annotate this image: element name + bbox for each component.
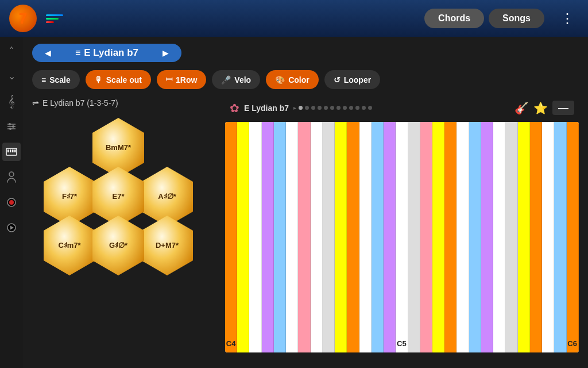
hex-gh[interactable]: G♯∅* [92,216,144,275]
guitar-icon[interactable]: 🎸 [514,101,529,115]
piano-key-col-4[interactable] [274,122,286,352]
piano-keys-container: C4C5C6 [225,122,579,352]
piano-dot-2[interactable] [305,106,309,110]
piano-key-col-25[interactable] [530,122,542,352]
piano-key-col-28[interactable]: C6 [567,122,579,352]
piano-key-col-7[interactable] [311,122,323,352]
piano-key-col-24[interactable] [518,122,530,352]
header-nav: Chords Songs ⋮ [424,8,579,29]
hex-f7-label: F♯7* [62,192,77,202]
logo-lines [46,14,63,23]
piano-panel: ✿ E Lydian b7 ▸ [225,98,579,352]
piano-key-col-21[interactable] [481,122,493,352]
hex-dpm7[interactable]: D+M7* [141,216,193,275]
piano-key-col-19[interactable] [457,122,469,352]
velo-button[interactable]: 🎤 Velo [212,70,260,89]
scale-name-text: E Lydian b7 [84,47,138,59]
scale-icon: ≡ [75,48,80,58]
scale-next-arrow[interactable]: ▶ [159,47,172,59]
key-label-C6: C6 [567,339,577,348]
piano-key-col-20[interactable] [469,122,481,352]
piano-key-col-17[interactable] [432,122,444,352]
chord-title-text: E Lydian b7 (1-3-5-7) [42,98,118,108]
color-button[interactable]: 🎨 Color [266,70,319,89]
sidebar-person-icon[interactable] [2,168,21,186]
sidebar-down-icon[interactable]: ⌄ [2,67,21,85]
piano-dot-8[interactable] [343,106,347,110]
chord-panel-title: ⇌ E Lydian b7 (1-3-5-7) [32,98,216,108]
hex-bm7-label: BmM7* [106,143,131,153]
piano-key-col-8[interactable] [323,122,335,352]
scale-btn-label: Scale [49,75,71,85]
piano-key-col-27[interactable] [554,122,566,352]
piano-dot-12[interactable] [368,106,372,110]
toolbar: ≡ Scale 🎙 Scale out 𝄩 1Row 🎤 Velo 🎨 Colo… [32,70,579,89]
piano-dot-5[interactable] [324,106,328,110]
chords-button[interactable]: Chords [424,9,484,28]
piano-key-col-23[interactable] [505,122,517,352]
piano-dot-1[interactable] [299,106,303,110]
scale-button[interactable]: ≡ Scale [32,70,80,89]
piano-dot-6[interactable] [330,106,334,110]
piano-dot-10[interactable] [355,106,359,110]
one-row-button[interactable]: 𝄩 1Row [157,70,206,89]
color-label: Color [288,75,310,85]
sidebar-up-icon[interactable]: ˄ [2,41,21,60]
left-sidebar: ˄ ⌄ 𝄞 [0,37,23,368]
hex-dpm7-label: D+M7* [156,241,179,251]
key-label-C4: C4 [226,339,236,348]
scale-name-display: ≡ E Lydian b7 [55,47,159,59]
scale-prev-arrow[interactable]: ◀ [41,47,55,59]
hex-cm7[interactable]: C♯m7* [44,216,95,275]
piano-key-col-1[interactable] [237,122,249,352]
sidebar-clef-icon[interactable]: 𝄞 [2,92,21,110]
minimize-icon[interactable]: — [552,101,574,115]
piano-dot-4[interactable] [318,106,322,110]
star-icon[interactable]: ⭐ [533,101,548,115]
looper-icon: ↺ [334,75,341,85]
svg-rect-9 [12,150,14,152]
logo-text: 7 [19,10,27,28]
key-label-C5: C5 [397,339,407,348]
piano-key-col-3[interactable] [262,122,274,352]
piano-key-col-9[interactable] [335,122,347,352]
hex-cm7-label: C♯m7* [58,241,80,251]
piano-dot-7[interactable] [336,106,341,110]
scale-out-button[interactable]: 🎙 Scale out [86,70,151,89]
piano-key-col-5[interactable] [286,122,298,352]
chord-panel: ⇌ E Lydian b7 (1-3-5-7) BmM7* F♯7* A♯∅* [32,98,216,352]
piano-dot-3[interactable] [311,106,315,110]
piano-key-col-11[interactable] [359,122,372,352]
menu-icon[interactable]: ⋮ [556,8,579,29]
sidebar-play-icon[interactable] [2,218,21,237]
lower-section: ⇌ E Lydian b7 (1-3-5-7) BmM7* F♯7* A♯∅* [32,98,579,352]
piano-key-col-16[interactable] [420,122,432,352]
sidebar-keyboard-icon[interactable] [2,143,21,161]
color-icon: 🎨 [275,75,285,85]
piano-key-col-14[interactable]: C5 [396,122,408,352]
looper-label: Looper [344,75,371,85]
sidebar-sliders-icon[interactable] [2,117,21,136]
looper-button[interactable]: ↺ Looper [324,70,380,89]
piano-key-col-13[interactable] [384,122,396,352]
piano-key-col-10[interactable] [347,122,359,352]
piano-dot-11[interactable] [362,106,366,110]
piano-key-col-12[interactable] [372,122,384,352]
piano-key-col-22[interactable] [493,122,505,352]
piano-dot-9[interactable] [349,106,353,110]
piano-key-col-26[interactable] [542,122,554,352]
scale-out-label: Scale out [106,75,142,85]
songs-button[interactable]: Songs [489,9,544,28]
piano-key-col-6[interactable] [298,122,310,352]
header: 7 Chords Songs ⋮ [0,0,588,37]
scale-btn-icon: ≡ [41,75,46,85]
hex-e7-label: E7* [113,192,125,202]
piano-key-col-0[interactable]: C4 [225,122,237,352]
svg-rect-8 [10,150,11,152]
sidebar-record-icon[interactable] [2,193,21,212]
piano-key-col-15[interactable] [408,122,420,352]
svg-point-11 [9,172,14,177]
piano-key-col-18[interactable] [444,122,457,352]
piano-key-col-2[interactable] [249,122,261,352]
velo-icon: 🎤 [221,75,231,85]
